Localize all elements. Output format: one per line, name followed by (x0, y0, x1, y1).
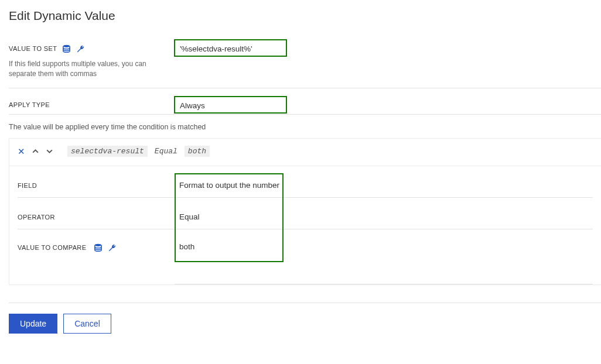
value-to-set-input[interactable] (174, 39, 601, 86)
wrench-icon[interactable] (107, 243, 117, 252)
update-button[interactable]: Update (9, 314, 57, 334)
condition-summary-value: both (185, 146, 210, 157)
wrench-icon[interactable] (76, 44, 85, 53)
value-to-set-row: VALUE TO SET If this field supports mult… (9, 39, 601, 88)
condition-summary-field: selectdva-result (67, 146, 148, 157)
condition-compare-label: VALUE TO COMPARE (18, 244, 86, 251)
close-icon[interactable]: ✕ (18, 146, 25, 157)
apply-type-input[interactable] (174, 97, 601, 114)
condition-field-row: FIELD (18, 173, 593, 198)
database-icon[interactable] (62, 44, 71, 53)
apply-type-label: APPLY TYPE (9, 101, 50, 108)
button-row: Update Cancel (9, 314, 601, 339)
condition-field-input[interactable] (175, 175, 593, 195)
condition-summary-operator: Equal (153, 147, 179, 156)
condition-panel: ✕ selectdva-result Equal both FIELD OPER… (9, 138, 601, 285)
value-to-set-label: VALUE TO SET (9, 45, 57, 52)
condition-operator-input[interactable] (175, 207, 593, 227)
separator (9, 303, 601, 303)
chevron-up-icon[interactable] (31, 147, 39, 156)
database-icon[interactable] (93, 243, 103, 252)
value-to-set-help: If this field supports multiple values, … (9, 59, 174, 80)
condition-operator-row: OPERATOR (18, 205, 593, 229)
cancel-button[interactable]: Cancel (63, 314, 111, 334)
chevron-down-icon[interactable] (45, 147, 53, 156)
page-title: Edit Dynamic Value (9, 9, 601, 23)
apply-type-description: The value will be applied every time the… (9, 123, 601, 131)
condition-field-label: FIELD (18, 182, 37, 189)
condition-operator-label: OPERATOR (18, 214, 55, 221)
svg-point-1 (95, 243, 101, 246)
svg-point-0 (63, 44, 70, 47)
condition-compare-row: VALUE TO COMPARE (18, 236, 593, 284)
condition-header: ✕ selectdva-result Equal both (9, 139, 601, 166)
condition-compare-input[interactable] (175, 236, 593, 282)
apply-type-row: APPLY TYPE (9, 97, 601, 115)
